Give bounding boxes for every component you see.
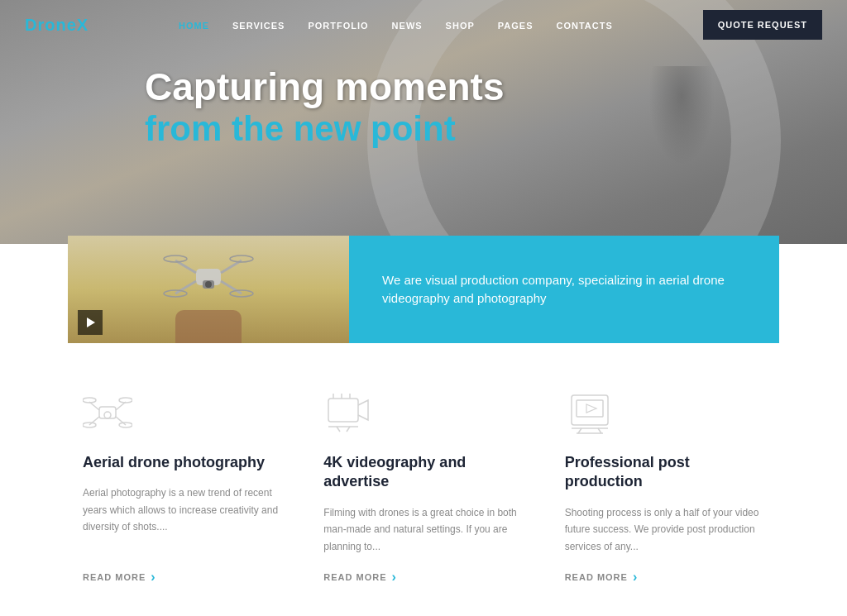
- service-3-desc: Shooting process is only a half of your …: [565, 504, 764, 555]
- service-1-read-more[interactable]: READ MORE: [83, 570, 282, 585]
- brand-name: Drone: [25, 16, 77, 34]
- svg-rect-21: [328, 399, 358, 422]
- nav-item-pages[interactable]: PAGES: [486, 17, 545, 32]
- svg-point-18: [83, 423, 96, 427]
- nav-item-portfolio[interactable]: PORTFOLIO: [296, 17, 380, 32]
- nav-item-contacts[interactable]: CONTACTS: [545, 17, 624, 32]
- post-production-icon: [565, 389, 615, 438]
- service-3-read-more[interactable]: READ MORE: [565, 570, 764, 585]
- svg-line-31: [578, 428, 581, 433]
- svg-line-32: [598, 428, 601, 433]
- nav-links: HOME SERVICES PORTFOLIO NEWS SHOP PAGES …: [167, 17, 624, 32]
- video-icon: [323, 389, 373, 438]
- service-card-video: 4K videography and advertise Filming wit…: [323, 389, 523, 585]
- featured-image: [68, 236, 349, 343]
- featured-strip: We are visual production company, specia…: [68, 236, 779, 343]
- nav-link-services[interactable]: SERVICES: [221, 21, 296, 31]
- nav-link-home[interactable]: HOME: [167, 21, 221, 31]
- svg-rect-11: [99, 407, 116, 418]
- services-grid: Aerial drone photography Aerial photogra…: [83, 389, 764, 585]
- nav-item-news[interactable]: NEWS: [380, 17, 434, 32]
- nav-link-pages[interactable]: PAGES: [486, 21, 545, 31]
- drone-illustration: [159, 244, 258, 310]
- service-1-title: Aerial drone photography: [83, 453, 282, 472]
- nav-link-news[interactable]: NEWS: [380, 21, 434, 31]
- svg-point-20: [104, 412, 111, 418]
- svg-line-27: [347, 427, 350, 432]
- nav-link-portfolio[interactable]: PORTFOLIO: [296, 21, 380, 31]
- hero-headline: Capturing moments: [145, 66, 504, 108]
- service-card-post: Professional post production Shooting pr…: [565, 389, 764, 585]
- brand-logo[interactable]: DroneX: [25, 16, 89, 35]
- featured-text-panel: We are visual production company, specia…: [349, 236, 779, 343]
- service-card-aerial: Aerial drone photography Aerial photogra…: [83, 389, 282, 585]
- svg-marker-34: [586, 404, 596, 413]
- hero-subheadline: from the new point: [145, 108, 504, 150]
- drone-icon: [83, 389, 132, 438]
- service-2-desc: Filming with drones is a great choice in…: [323, 504, 523, 555]
- quote-request-button[interactable]: QUOTE REQUEST: [703, 10, 822, 40]
- hero-content: Capturing moments from the new point: [145, 66, 504, 150]
- service-3-title: Professional post production: [565, 453, 764, 492]
- nav-item-home[interactable]: HOME: [167, 17, 221, 32]
- svg-point-10: [205, 281, 212, 288]
- hero-highlight: new point: [294, 109, 456, 148]
- service-1-desc: Aerial photography is a new trend of rec…: [83, 485, 282, 555]
- brand-letter-x: X: [77, 16, 89, 34]
- service-2-title: 4K videography and advertise: [323, 453, 523, 492]
- play-button[interactable]: [78, 310, 103, 335]
- navbar: DroneX HOME SERVICES PORTFOLIO NEWS SHOP…: [0, 0, 847, 50]
- svg-line-26: [337, 427, 340, 432]
- svg-rect-29: [577, 400, 603, 417]
- service-2-read-more[interactable]: READ MORE: [323, 570, 523, 585]
- nav-item-shop[interactable]: SHOP: [434, 17, 486, 32]
- services-section: Aerial drone photography Aerial photogra…: [0, 343, 847, 616]
- nav-link-shop[interactable]: SHOP: [434, 21, 486, 31]
- nav-link-contacts[interactable]: CONTACTS: [545, 21, 624, 31]
- nav-item-services[interactable]: SERVICES: [221, 17, 296, 32]
- featured-description: We are visual production company, specia…: [382, 271, 746, 308]
